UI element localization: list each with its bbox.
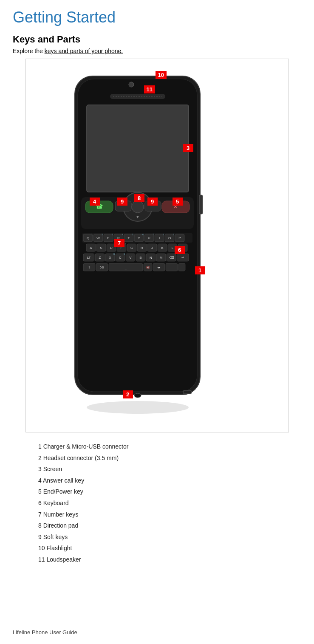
svg-point-15 — [132, 201, 144, 213]
svg-text:E: E — [107, 236, 109, 240]
svg-text:4: 4 — [122, 233, 123, 236]
svg-text:9: 9 — [173, 233, 174, 236]
part-8: 8 Direction pad — [38, 520, 301, 531]
svg-text:K: K — [161, 246, 164, 250]
svg-text:Z: Z — [99, 256, 101, 260]
svg-text:P: P — [178, 236, 181, 240]
svg-text:5: 5 — [124, 243, 126, 246]
part-1: 1 Charger & Micro-USB connector — [38, 441, 301, 452]
badge-9-left: 9 — [117, 198, 127, 206]
svg-text:LT: LT — [87, 256, 91, 260]
svg-text:M: M — [159, 256, 162, 260]
svg-text:5: 5 — [132, 233, 133, 236]
svg-text:N: N — [150, 256, 152, 260]
svg-text:U: U — [148, 236, 150, 240]
badge-8: 8 — [134, 194, 144, 202]
svg-text:W: W — [96, 236, 100, 240]
badge-11: 11 — [144, 85, 155, 93]
footer-text: Lifeline Phone User Guide — [13, 629, 77, 636]
svg-rect-6 — [199, 195, 203, 214]
badge-5: 5 — [173, 198, 183, 206]
part-2: 2 Headset connector (3.5 mm) — [38, 452, 301, 464]
page-title: Getting Started — [13, 8, 301, 26]
svg-text:8: 8 — [162, 233, 164, 236]
badge-9-right: 9 — [147, 198, 158, 206]
svg-text:J: J — [151, 246, 153, 250]
svg-text:S: S — [100, 246, 102, 250]
part-10: 10 Flashlight — [38, 542, 301, 554]
part-6: 6 Keyboard — [38, 497, 301, 509]
svg-text:8: 8 — [113, 253, 114, 255]
svg-rect-101 — [178, 263, 185, 271]
section-title: Keys and Parts — [13, 34, 301, 45]
svg-text:Y: Y — [138, 236, 140, 240]
svg-text:_: _ — [124, 266, 127, 269]
phone-diagram: ☎ ✕ ▲ ▼ ◀ ▶ Q — [25, 59, 289, 432]
svg-text:9: 9 — [123, 253, 124, 255]
badge-10: 10 — [156, 71, 167, 79]
svg-text:T: T — [127, 236, 130, 240]
part-11: 11 Loudspeaker — [38, 554, 301, 565]
part-9: 9 Soft keys — [38, 531, 301, 543]
badge-3: 3 — [183, 144, 193, 152]
svg-text:◂▸: ◂▸ — [157, 266, 161, 269]
part-5: 5 End/Power key — [38, 486, 301, 497]
svg-text:I: I — [158, 236, 159, 240]
part-3: 3 Screen — [38, 463, 301, 475]
svg-rect-8 — [183, 390, 192, 394]
badge-7: 7 — [114, 239, 124, 247]
badge-1: 1 — [195, 266, 205, 274]
badge-6: 6 — [175, 246, 185, 254]
svg-point-5 — [129, 82, 134, 87]
svg-point-7 — [134, 393, 141, 398]
svg-text:🔇: 🔇 — [146, 266, 150, 269]
svg-text:▼: ▼ — [136, 215, 140, 219]
svg-text:2: 2 — [101, 233, 102, 236]
svg-text:6: 6 — [142, 233, 143, 236]
svg-text:C: C — [119, 256, 122, 260]
svg-text:O: O — [168, 236, 170, 240]
svg-text:7: 7 — [152, 233, 153, 236]
svg-text:L: L — [171, 246, 173, 250]
svg-text:B: B — [139, 256, 141, 260]
svg-text:⇧: ⇧ — [88, 266, 91, 269]
svg-text:0⚙: 0⚙ — [100, 266, 104, 269]
svg-text:⌫: ⌫ — [169, 256, 173, 260]
svg-text:1: 1 — [91, 233, 92, 236]
svg-text:3: 3 — [111, 233, 113, 236]
svg-text:A: A — [90, 246, 92, 250]
svg-text:D: D — [110, 246, 113, 250]
svg-text:Q: Q — [86, 236, 89, 240]
svg-text:↵: ↵ — [181, 256, 184, 260]
svg-point-107 — [87, 401, 189, 414]
part-4: 4 Answer call key — [38, 475, 301, 486]
intro-text: Explore the keys and parts of your phone… — [13, 48, 301, 54]
svg-text:H: H — [141, 246, 143, 250]
svg-text:V: V — [129, 256, 132, 260]
svg-text:X: X — [109, 256, 111, 260]
svg-rect-2 — [87, 105, 189, 192]
badge-4: 4 — [90, 198, 100, 206]
svg-rect-100 — [166, 263, 178, 271]
badge-2: 2 — [123, 390, 133, 398]
svg-text:G: G — [130, 246, 133, 250]
part-7: 7 Number keys — [38, 509, 301, 520]
parts-list: 1 Charger & Micro-USB connector 2 Headse… — [38, 441, 301, 565]
